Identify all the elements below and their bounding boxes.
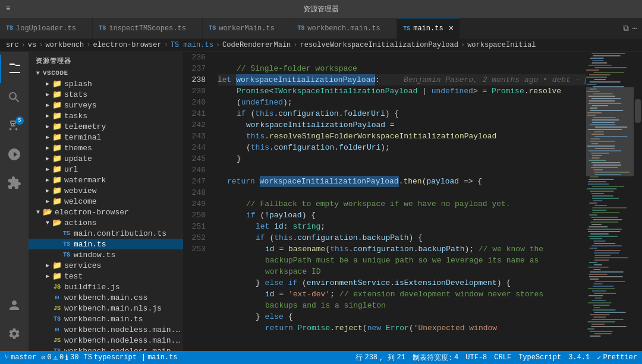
branch-name: master [11,353,36,362]
sidebar-item-themes[interactable]: ▶ 📁 themes [29,143,183,153]
line-num: 247 [183,176,206,187]
tab-inspectTMScopes[interactable]: TS inspectTMScopes.ts × [93,18,203,39]
activity-icon-explorer[interactable] [0,55,29,83]
sidebar-item-nodeless-3[interactable]: TS workbench.nodeless.main.ts [29,346,183,351]
sidebar-item-label: services [64,261,101,270]
tab-workerMain[interactable]: TS workerMain.ts × [203,18,291,39]
sidebar-item-nodeless-1[interactable]: ⊞ workbench.nodeless.main.... [29,324,183,335]
breadcrumb-workspace-initial[interactable]: workspaceInitial [467,41,536,49]
sidebar: 资源管理器 ▼ VSCODE ▶ 📁 splash ▶ 📁 stats ▶ 📁 … [29,52,183,351]
title-bar: ≡ 资源管理器 [0,0,642,18]
vertical-scrollbar[interactable] [634,52,642,351]
sidebar-item-main-ts[interactable]: TS main.ts [29,239,183,249]
sidebar-item-electron-browser[interactable]: ▼ 📂 electron-browser [29,207,183,217]
breadcrumb-vs[interactable]: vs [28,41,36,49]
status-errors[interactable]: ⊘ 0 ⚠ 0 ℹ 30 [41,353,78,362]
status-tab-size[interactable]: 制表符宽度: 4 [413,353,458,363]
tab-logUploader[interactable]: TS logUploader.ts × [0,18,93,39]
activity-icon-search[interactable] [0,83,29,112]
code-line-238: let workspaceInitializationPayload : Ben… [218,74,586,86]
sidebar-item-watermark[interactable]: ▶ 📁 watermark [29,175,183,185]
breadcrumb-main-ts[interactable]: TS main.ts [171,41,213,49]
tree-root-vscode[interactable]: ▼ VSCODE [29,68,183,78]
sidebar-item-telemetry[interactable]: ▶ 📁 telemetry [29,121,183,132]
breadcrumb-code-renderer[interactable]: CodeRendererMain [222,41,291,49]
sidebar-item-url[interactable]: ▶ 📁 url [29,164,183,175]
activity-icon-accounts[interactable] [0,291,29,319]
activity-icon-extensions[interactable] [0,169,29,197]
status-file[interactable]: | main.ts [141,353,178,362]
sidebar-item-workbench-css[interactable]: ⊞ workbench.main.css [29,292,183,303]
sidebar-item-services[interactable]: ▶ 📁 services [29,260,183,271]
sidebar-item-buildfile-js[interactable]: JS buildfile.js [29,281,183,292]
sidebar-item-label: tasks [64,112,87,121]
folder-icon: 📁 [52,175,62,185]
split-editor-icon[interactable]: ⧉ [623,24,629,33]
sidebar-item-surveys[interactable]: ▶ 📁 surveys [29,100,183,110]
line-num: 237 [183,63,206,74]
sidebar-item-terminal[interactable]: ▶ 📁 terminal [29,132,183,143]
code-content[interactable]: // Single-folder workspace let workspace… [213,52,586,351]
status-encoding[interactable]: UTF-8 [465,353,487,362]
more-actions-icon[interactable]: ⋯ [632,23,637,33]
file-name: main.ts [147,353,177,362]
status-version[interactable]: 3.4.1 [568,353,590,362]
sidebar-item-main-contribution[interactable]: TS main.contribution.ts [29,228,183,239]
css-file-icon: ⊞ [52,325,62,334]
activity-bar: 5 [0,52,29,351]
sidebar-item-update[interactable]: ▶ 📁 update [29,153,183,164]
line-ending-value: CRLF [494,353,511,362]
sidebar-item-splash[interactable]: ▶ 📁 splash [29,78,183,89]
activity-icon-source-control[interactable]: 5 [0,112,29,140]
sidebar-item-welcome[interactable]: ▶ 📁 welcome [29,196,183,207]
sidebar-item-nodeless-2[interactable]: JS workbench.nodeless.main.... [29,335,183,346]
tab-main[interactable]: TS main.ts × [397,18,460,39]
code-line-251b: backups and is a singleton [218,300,586,311]
sidebar-item-workbench-main-ts[interactable]: TS workbench.main.ts [29,314,183,324]
app-menu-file[interactable]: ≡ [6,5,10,13]
status-prettier[interactable]: ✓ Prettier [597,353,637,362]
breadcrumb-resolve[interactable]: resolveWorkspaceInitializationPayload [300,41,458,49]
status-branch[interactable]: ⑂ master [5,353,36,362]
sidebar-item-actions[interactable]: ▼ 📂 actions [29,217,183,228]
status-line-ending[interactable]: CRLF [494,353,511,362]
activity-icon-debug[interactable] [0,140,29,169]
title-bar-title: 资源管理器 [303,4,339,14]
no-arrow [43,346,52,351]
code-line-252: } else { [218,311,586,322]
sidebar-item-window-ts[interactable]: TS window.ts [29,249,183,260]
code-line-251: id = 'ext-dev'; // extension development… [218,289,586,300]
sidebar-item-workbench-nls[interactable]: JS workbench.main.nls.js [29,303,183,314]
breadcrumb-electron-browser[interactable]: electron-browser [93,41,161,49]
status-lang-mode[interactable]: TypeScript [518,353,561,362]
line-numbers: 236 237 238 239 240 241 242 243 244 245 … [183,52,213,351]
code-line-238b: Promise<IWorkspaceInitializationPayload … [218,86,586,97]
status-language[interactable]: TS typescript [84,353,137,362]
sidebar-header: 资源管理器 [29,52,183,68]
folder-icon: 📁 [52,90,62,99]
folder-icon: 📁 [52,164,62,174]
breadcrumb-src[interactable]: src [6,41,19,49]
code-editor[interactable]: 236 237 238 239 240 241 242 243 244 245 … [183,52,642,351]
line-num: 250 [183,210,206,221]
status-line-col[interactable]: 行 238 , 列 21 [355,353,405,363]
sidebar-item-stats[interactable]: ▶ 📁 stats [29,89,183,100]
tab-workbenchMain[interactable]: TS workbench.main.ts × [291,18,397,39]
sidebar-item-webview[interactable]: ▶ 📁 webview [29,185,183,196]
activity-icon-settings[interactable] [0,319,29,348]
sidebar-item-test[interactable]: ▶ 📁 test [29,271,183,281]
ghost-text: Benjamin Pasero, 2 months ago • debt - p… [404,74,586,86]
tab-label: workerMain.ts [219,24,275,33]
minimap [586,52,634,351]
line-num: 236 [183,52,206,63]
main-content: 5 [0,52,642,351]
status-bar-left: ⑂ master ⊘ 0 ⚠ 0 ℹ 30 TS typescript | ma… [5,353,178,362]
sidebar-item-tasks[interactable]: ▶ 📁 tasks [29,110,183,121]
editor-area: 236 237 238 239 240 241 242 243 244 245 … [183,52,642,351]
minimap-canvas [586,52,634,351]
code-line-236 [218,52,586,63]
tab-close-icon[interactable]: × [449,24,454,33]
title-bar-left: ≡ [6,5,14,13]
breadcrumb-workbench[interactable]: workbench [45,41,84,49]
sidebar-item-label: workbench.nodeless.main.... [64,336,183,345]
